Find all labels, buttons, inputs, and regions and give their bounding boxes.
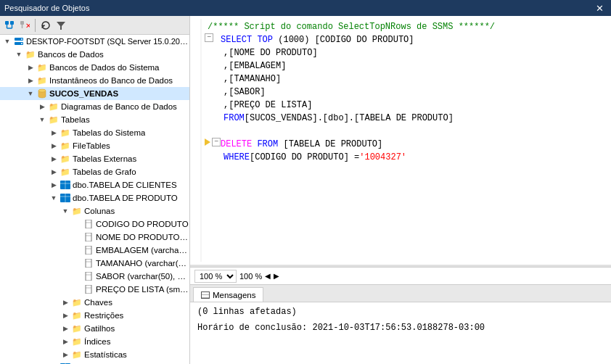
tree-chaves[interactable]: ▶ 📁 Chaves [0, 296, 189, 309]
folder-icon: 📁 [71, 297, 83, 308]
sys-dbs-label: Bancos de Dados do Sistema [49, 63, 160, 72]
svg-point-12 [21, 43, 22, 44]
folder-icon: 📁 [71, 323, 83, 334]
column-icon [83, 284, 94, 295]
select-keyword: SELECT [221, 35, 252, 45]
databases-label: Bancos de Dados [38, 50, 104, 59]
tree-indices[interactable]: ▶ 📁 Índices [0, 335, 189, 348]
svg-rect-31 [86, 285, 91, 294]
collapse-indicator-2[interactable]: − [212, 138, 221, 146]
tree-diagrams[interactable]: ▶ 📁 Diagramas de Banco de Dados [0, 100, 189, 113]
sql-editor-area[interactable]: /***** Script do comando SelectTopNRows … [190, 16, 611, 267]
tree-restricoes[interactable]: ▶ 📁 Restrições [0, 309, 189, 322]
expander-icon: ▼ [13, 49, 25, 60]
sql-empty-line [205, 125, 608, 138]
chaves-label: Chaves [84, 298, 112, 307]
restricoes-label: Restrições [84, 311, 123, 320]
estatisticas-label: Estatísticas [84, 350, 127, 359]
folder-icon: 📁 [71, 349, 83, 360]
tree-sucos-vendas[interactable]: ▼ SUCOS_VENDAS [0, 87, 189, 100]
collapse-indicator[interactable]: − [205, 33, 213, 42]
tree-tables[interactable]: ▼ 📁 Tabelas [0, 113, 189, 126]
tree-sys-dbs[interactable]: ▶ 📁 Bancos de Dados do Sistema [0, 61, 189, 74]
refresh-button[interactable] [39, 19, 52, 32]
tree-table-clientes[interactable]: ▶ dbo.TABELA DE CLIENTES [0, 178, 189, 191]
expander-icon: ▼ [60, 205, 71, 217]
from-keyword: FROM [257, 139, 283, 149]
tree-col1[interactable]: CODIGO DO PRODUTO [0, 218, 189, 231]
snapshots-label: Instantâneos do Banco de Dados [49, 76, 173, 85]
table-clientes-label: dbo.TABELA DE CLIENTES [73, 181, 177, 189]
tree-col3[interactable]: EMBALAGEM (varchar(5... [0, 244, 189, 257]
folder-icon: 📁 [36, 75, 48, 86]
connect-button[interactable] [3, 19, 16, 32]
grid-icon [201, 291, 210, 299]
sql-comment: /***** Script do comando SelectTopNRows … [208, 20, 495, 33]
column-icon [83, 244, 94, 256]
tree-col6[interactable]: PREÇO DE LISTA (smallr... [0, 283, 189, 296]
svg-rect-0 [5, 21, 9, 25]
expander-icon: ▼ [36, 114, 48, 125]
tree-snapshots[interactable]: ▶ 📁 Instantâneos do Banco de Dados [0, 74, 189, 87]
messages-tabs: Mensagens [190, 285, 611, 302]
columns-label: Colunas [84, 207, 115, 215]
folder-icon: 📁 [71, 310, 83, 321]
disconnect-button[interactable]: ✕ [18, 19, 31, 32]
column-icon [83, 270, 94, 282]
expander-icon: ▼ [25, 88, 36, 99]
object-explorer-panel: ✕ ▼ DESKTOP-FOOTSDT (SQL Server 15.0.208… [0, 16, 190, 364]
zoom-select[interactable]: 100 % [194, 270, 237, 283]
tree-gatilhos[interactable]: ▶ 📁 Gatilhos [0, 322, 189, 335]
folder-icon: 📁 [71, 336, 83, 347]
sucos-vendas-label: SUCOS_VENDAS [49, 89, 118, 98]
server-icon [13, 36, 25, 47]
folder-icon: 📁 [25, 49, 36, 60]
col3-label: EMBALAGEM (varchar(5... [96, 246, 189, 255]
zoom-value: 100 % [239, 272, 262, 281]
file-tables-label: FileTables [73, 141, 110, 150]
ext-tables-label: Tabelas Externas [73, 154, 136, 163]
tree-sys-tables[interactable]: ▶ 📁 Tabelas do Sistema [0, 126, 189, 139]
sql-line-preco: ,[PREÇO DE LISTA] [205, 99, 608, 112]
expander-icon: ▶ [36, 101, 48, 112]
tree-col4[interactable]: TAMANAHO (varchar(5... [0, 257, 189, 270]
svg-marker-8 [57, 22, 65, 30]
spacer [71, 257, 83, 269]
tree-databases[interactable]: ▼ 📁 Bancos de Dados [0, 48, 189, 61]
gatilhos-label: Gatilhos [84, 324, 115, 333]
close-icon[interactable]: ✕ [593, 3, 607, 14]
scroll-left-icon[interactable]: ◀ [265, 272, 271, 280]
delete-keyword: DELETE [221, 139, 252, 149]
filter-button[interactable] [54, 19, 67, 32]
expander-icon: ▶ [25, 75, 36, 86]
spacer [71, 284, 83, 295]
table-icon [60, 179, 71, 191]
tree-columns[interactable]: ▼ 📁 Colunas [0, 204, 189, 218]
tree-table-vendedores[interactable]: ▶ dbo.TABELA DE VENDEDORES [0, 361, 189, 364]
col6-label: PREÇO DE LISTA (smallr... [96, 285, 189, 294]
svg-point-14 [38, 89, 46, 92]
tree-col5[interactable]: SABOR (varchar(50), nu... [0, 270, 189, 283]
messages-line1: (0 linhas afetadas) [197, 307, 604, 317]
expander-icon: ▶ [60, 323, 71, 334]
svg-rect-23 [86, 233, 91, 241]
folder-icon: 📁 [60, 153, 71, 165]
zoom-bar: 100 % 100 % ◀ ▶ [190, 267, 611, 284]
object-tree: ▼ DESKTOP-FOOTSDT (SQL Server 15.0.2080.… [0, 35, 189, 364]
tables-label: Tabelas [61, 115, 90, 124]
messages-panel: Mensagens (0 linhas afetadas) Horário de… [190, 284, 611, 364]
tree-col2[interactable]: NOME DO PRODUTO (v... [0, 231, 189, 244]
tree-graph-tables[interactable]: ▶ 📁 Tabelas de Grafo [0, 165, 189, 178]
tree-file-tables[interactable]: ▶ 📁 FileTables [0, 139, 189, 152]
svg-rect-27 [86, 259, 91, 268]
tree-ext-tables[interactable]: ▶ 📁 Tabelas Externas [0, 152, 189, 165]
tree-server[interactable]: ▼ DESKTOP-FOOTSDT (SQL Server 15.0.2080.… [0, 35, 189, 48]
expander-icon: ▼ [1, 36, 13, 47]
scroll-right-icon[interactable]: ▶ [274, 272, 279, 280]
messages-tab[interactable]: Mensagens [193, 287, 263, 302]
svg-rect-21 [86, 220, 91, 228]
tree-table-produto[interactable]: ▼ dbo.TABELA DE PRODUTO [0, 191, 189, 204]
tree-estatisticas[interactable]: ▶ 📁 Estatísticas [0, 348, 189, 361]
svg-text:✕: ✕ [25, 22, 30, 30]
top-keyword: TOP [257, 35, 278, 45]
